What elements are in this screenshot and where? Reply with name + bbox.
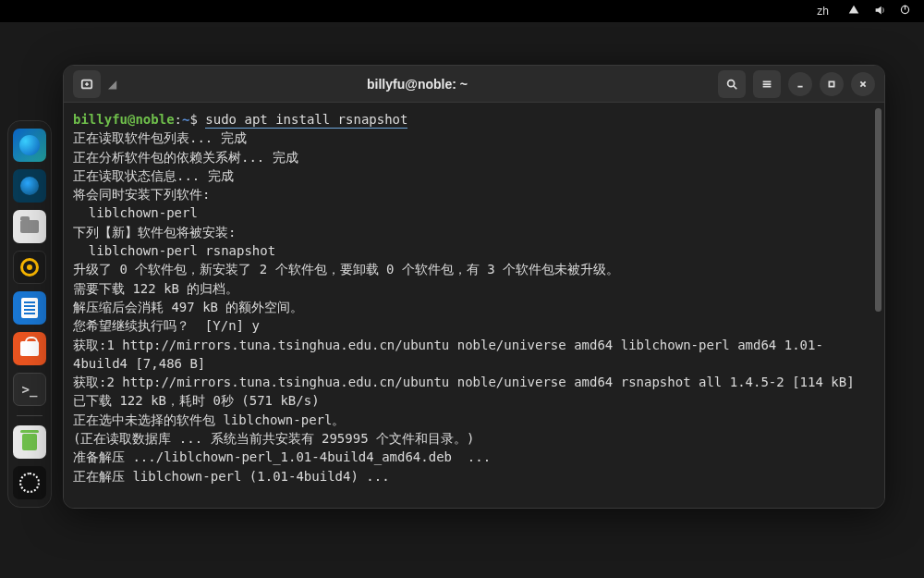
menu-button[interactable]: [753, 70, 781, 98]
terminal-window: ◢ billyfu@noble: ~ billyfu@noble:~$ sudo…: [63, 65, 885, 509]
svg-line-6: [734, 85, 737, 89]
dock-app-files[interactable]: [13, 210, 46, 243]
svg-point-5: [728, 80, 735, 86]
new-tab-button[interactable]: [73, 70, 101, 98]
output-line: liblchown-perl rsnapshot: [73, 241, 875, 260]
output-line: 您希望继续执行吗？ [Y/n] y: [73, 316, 875, 335]
prompt-line: billyfu@noble:~$ sudo apt install rsnaps…: [73, 110, 875, 129]
terminal-output: 正在读取软件包列表... 完成正在分析软件包的依赖关系树... 完成正在读取状态…: [73, 129, 875, 486]
titlebar-spacer-icon: ◢: [108, 78, 116, 91]
dock-app-show-apps[interactable]: [13, 466, 46, 499]
output-line: 下列【新】软件包将被安装:: [73, 223, 875, 241]
scrollbar[interactable]: [875, 108, 881, 312]
minimize-button[interactable]: [788, 72, 812, 96]
dock-app-store[interactable]: [13, 332, 46, 365]
close-button[interactable]: [851, 72, 875, 96]
command-text: sudo apt install rsnapshot: [205, 112, 407, 129]
output-line: 正在分析软件包的依赖关系树... 完成: [73, 148, 875, 166]
network-icon[interactable]: [847, 4, 860, 19]
dock-app-edge[interactable]: [13, 129, 46, 162]
output-line: liblchown-perl: [73, 203, 875, 222]
output-line: 已下载 122 kB，耗时 0秒 (571 kB/s): [73, 391, 875, 410]
power-icon[interactable]: [899, 4, 911, 18]
volume-icon[interactable]: [873, 4, 886, 19]
dock-app-terminal[interactable]: >_: [13, 373, 46, 406]
dock-app-thunderbird[interactable]: [13, 169, 46, 203]
output-line: 获取:2 http://mirrors.tuna.tsinghua.edu.cn…: [73, 373, 875, 391]
output-line: 升级了 0 个软件包，新安装了 2 个软件包，要卸载 0 个软件包，有 3 个软…: [73, 260, 875, 278]
maximize-button[interactable]: [820, 72, 844, 96]
window-title: billyfu@noble: ~: [124, 77, 711, 92]
output-line: (正在读取数据库 ... 系统当前共安装有 295995 个文件和目录。): [73, 429, 875, 448]
output-line: 正在读取状态信息... 完成: [73, 166, 875, 185]
dock-separator: [17, 415, 43, 416]
dock: >_: [7, 120, 52, 508]
prompt-user: billyfu@noble: [73, 112, 175, 127]
ime-indicator[interactable]: zh: [817, 5, 829, 18]
titlebar[interactable]: ◢ billyfu@noble: ~: [64, 66, 884, 103]
output-line: 正在解压 liblchown-perl (1.01-4build4) ...: [73, 467, 875, 486]
dock-app-office[interactable]: [13, 291, 46, 325]
dock-app-rhythmbox[interactable]: [13, 251, 46, 284]
output-line: 解压缩后会消耗 497 kB 的额外空间。: [73, 298, 875, 316]
output-line: 正在读取软件包列表... 完成: [73, 129, 875, 147]
output-line: 获取:1 http://mirrors.tuna.tsinghua.edu.cn…: [73, 336, 875, 374]
svg-rect-11: [829, 81, 833, 86]
terminal-content[interactable]: billyfu@noble:~$ sudo apt install rsnaps…: [64, 103, 884, 508]
search-button[interactable]: [718, 70, 746, 98]
output-line: 将会同时安装下列软件:: [73, 185, 875, 203]
top-bar: zh: [0, 0, 924, 22]
output-line: 正在选中未选择的软件包 liblchown-perl。: [73, 411, 875, 429]
output-line: 准备解压 .../liblchown-perl_1.01-4build4_amd…: [73, 448, 875, 466]
dock-app-trash[interactable]: [13, 425, 46, 459]
output-line: 需要下载 122 kB 的归档。: [73, 279, 875, 298]
